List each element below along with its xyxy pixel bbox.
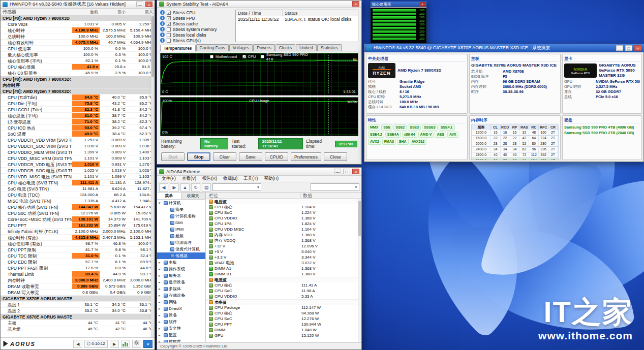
sensor-row[interactable]: CPU IOD 热点 53.0 °C 39.2 °C 67.4 °C <box>1 125 155 131</box>
stability-tab[interactable]: Statistics <box>317 44 342 51</box>
sensor-reading-row[interactable]: 内存 VDD 1.368 V <box>206 232 361 238</box>
sensor-row[interactable]: Thermal Limit 89.4 % 44.0 % 90.1 % <box>1 271 155 277</box>
sensor-reading-row[interactable]: 电压值 <box>206 199 361 204</box>
sensor-reading-row[interactable]: CPU VDDIO 1.368 V <box>206 215 361 221</box>
tree-item[interactable]: 安全性 <box>157 325 205 332</box>
sensor-reading-row[interactable]: +3.3 V 3.344 V <box>206 254 361 260</box>
checkbox[interactable] <box>167 22 171 26</box>
stress-option[interactable]: Stress system memory <box>160 26 232 32</box>
sensor-row[interactable]: CPU VDDCR_SOC 电压 (SVI3 TFN) 1.025 V 1.01… <box>1 168 155 174</box>
tree-item[interactable]: 摘要 <box>157 206 205 213</box>
sensor-row[interactable]: 核心使用率 (平均) 92.1 % 0.1 % 100.0 % <box>1 58 155 64</box>
sensor-reading-row[interactable]: DIMM 1.048 W <box>206 327 361 333</box>
expand-arrow-icon[interactable] <box>159 327 163 331</box>
sensor-row[interactable]: CPU VDDCR_SOC VRM (SVI3 TFN) 1.030 V 0.0… <box>1 143 155 149</box>
sensor-reading-row[interactable]: CPU SoC 1.224 V <box>206 210 361 215</box>
sensor-row[interactable]: DRAM 读取带宽 0.986 GB/s 0.673 GB/s 1.352 GB… <box>1 283 155 290</box>
summary-titlebar[interactable]: HWiNFO® 64 v8.32-5840 @ GIGABYTE X870E A… <box>364 44 643 52</box>
tree-item[interactable]: 设备 <box>157 312 205 319</box>
dialog-button[interactable]: Stop <box>187 152 210 161</box>
expand-arrow-icon[interactable] <box>159 267 163 271</box>
sensor-row[interactable]: CPU VDDCR_VDD VRM (SVI3 TFN) 1.253 V 0.0… <box>1 137 155 143</box>
close-button[interactable]: × <box>634 45 641 51</box>
forward-button[interactable]: ▶ <box>170 183 179 192</box>
tree-item[interactable]: 便携式计算机 <box>157 246 205 252</box>
sensor-row[interactable]: CPU [#0]: AMD Ryzen 7 9800X3D <box>1 15 155 21</box>
sensor-row[interactable]: CPU PPT 限制 81.7 % 9.8 % 98.1 % <box>1 247 155 253</box>
sensor-row[interactable]: 芯片组 45 °C 42 °C 46 °C <box>1 326 155 332</box>
sensor-row[interactable]: SoC 电流 (SVI3 TFN) 11.981 A 8.624 A 11.82… <box>1 186 155 192</box>
legend-item[interactable]: Samsung SSD 990 PRO 4TB <box>261 54 309 59</box>
sensor-row[interactable]: 核心 C0 驻留率 45.9 % 2.5 % 100.0 % <box>1 70 155 76</box>
sensor-row[interactable]: GIGABYTE X870E AORUS MASTER X3D ICE (ITE… <box>1 314 155 320</box>
sensor-row[interactable]: CPU PPT 161.232 W 15.894 W 175.019 W <box>1 222 155 229</box>
menu-item[interactable]: 报告(R) <box>200 176 220 182</box>
legend-checkbox[interactable] <box>210 55 213 58</box>
legend-checkbox[interactable] <box>261 55 264 58</box>
sensor-row[interactable]: CPU VDDCR_VDD 电压 (SVI3 TFN) 1.010 V 0.93… <box>1 162 155 168</box>
checkbox[interactable] <box>167 16 171 20</box>
sensor-row[interactable]: 内存时钟 3,000.0 MHz 2,400.0 MHz 3,000.0 MHz <box>1 277 155 283</box>
stress-option[interactable]: Stress local disks <box>160 32 232 38</box>
hwinfo-titlebar[interactable]: HWiNFO® 64 v8.32-5840 传感器状态 [16 Values H… <box>1 1 155 9</box>
sensor-row[interactable]: CPU 核心电流 (SVI3 TFN) 111.411 A 11.181 A 1… <box>1 180 155 186</box>
sensor-row[interactable]: Core VIDs 1.031 V 0.005 V 1.250 V <box>1 21 155 27</box>
sensor-row[interactable]: 温度 1 36.1 °C 34.5 °C 36.1 °C <box>1 302 155 308</box>
prev-page-button[interactable]: ◀ <box>73 340 82 348</box>
drive-item[interactable]: Samsung SSD 990 PRO 4TB (4096 GB) <box>564 124 640 130</box>
close-button[interactable]: × <box>145 2 152 7</box>
tree-item[interactable]: 计算机 <box>157 200 205 206</box>
sensor-row[interactable]: CPU [#0]: AMD Ryzen 7 9800X3D: Enhanced <box>1 88 155 94</box>
tree-item[interactable]: 传感器 <box>157 252 205 259</box>
sensor-row[interactable]: CPU (Tctl/Tdie) 84.6 °C 40.0 °C 85.9 °C <box>1 94 155 101</box>
expand-arrow-icon[interactable] <box>159 201 163 205</box>
pane-tab[interactable]: 菜单 <box>157 193 181 199</box>
sensor-reading-row[interactable]: 功率值 <box>206 299 361 305</box>
menu-item[interactable]: 文件(F) <box>159 176 178 182</box>
checkbox[interactable] <box>167 33 171 37</box>
menu-item[interactable]: 帮助(H) <box>261 176 281 182</box>
tree-item[interactable]: 网络 <box>157 299 205 305</box>
tree-item[interactable]: 多媒体 <box>157 285 205 292</box>
address-combo[interactable]: ▼ <box>212 183 261 191</box>
core-load-titlebar[interactable]: 核心使用率 × <box>371 2 426 8</box>
sensor-row[interactable]: Infinity Fabric 时钟 (FCLK) 2,100.0 MHz 2,… <box>1 229 155 235</box>
menu-item[interactable]: 收藏(B) <box>221 176 240 182</box>
back-button[interactable]: ◀ <box>159 183 168 192</box>
sensor-row[interactable]: CPU 核心倍频 41.9 x 25.8 x 51.5 x <box>1 64 155 70</box>
stress-option[interactable]: Stress cache <box>160 21 232 26</box>
sensor-row[interactable]: CPU Die (平均) 75.8 °C 43.2 °C 86.2 °C <box>1 101 155 107</box>
sensor-row[interactable]: CPU [#0]: AMD Ryzen 7 9800X3D: C State 驻… <box>1 76 155 82</box>
sensor-reading-row[interactable]: GPU 15.120 W <box>206 333 361 338</box>
menu-item[interactable]: 查看(V) <box>179 176 199 182</box>
menu-item[interactable]: 工具(T) <box>241 176 260 182</box>
aida64-titlebar[interactable]: AIDA64 Extreme — □ × <box>157 168 361 176</box>
settings-button[interactable] <box>132 340 141 348</box>
sensor-row[interactable]: CPU 核心功耗 (SVI3 TFN) 144.341 W 5.638 W 15… <box>1 204 155 210</box>
tree-item[interactable]: 服务器 <box>157 272 205 279</box>
checkbox[interactable] <box>167 39 171 43</box>
sensor-reading-row[interactable]: CPU 核心 111.41 A <box>206 282 361 288</box>
expand-arrow-icon[interactable] <box>159 313 163 317</box>
sensor-reading-row[interactable]: CPU VDD MISC 1.104 V <box>206 227 361 232</box>
stress-option[interactable]: Stress FPU <box>160 15 232 21</box>
dialog-button[interactable]: CPUID <box>265 152 288 161</box>
sensor-reading-row[interactable]: CPU PPT 130.944 W <box>206 322 361 327</box>
dialog-button[interactable]: Save <box>239 152 262 161</box>
sensor-row[interactable]: 核心时钟 4,190.8 MHz 2,575.5 MHz 5,150.4 MHz <box>1 27 155 34</box>
search-combo[interactable]: ▼ <box>311 183 359 191</box>
stress-option[interactable]: Stress GPU(s) <box>160 38 232 43</box>
sensor-row[interactable]: CPU CCD1 (Tdie) 82.3 °C 41.8 °C 84.2 °C <box>1 107 155 113</box>
close-button[interactable]: × <box>352 1 359 7</box>
minimize-button[interactable]: — <box>334 169 341 174</box>
sensor-row[interactable]: 核心有效时钟 4,075.4 MHz 40.7 MHz 4,664.9 MHz <box>1 40 155 46</box>
close-icon[interactable]: × <box>420 2 425 7</box>
tree-item[interactable]: 电源管理 <box>157 239 205 246</box>
stability-tab[interactable]: Temperatures <box>160 45 196 51</box>
sensor-row[interactable]: 总线时钟 100.0 MHz 100.0 MHz 100.9 MHz <box>1 34 155 40</box>
sensor-reading-row[interactable]: 电流值 <box>206 277 361 282</box>
sensor-reading-row[interactable]: CPU Package 112.147 W <box>206 305 361 310</box>
sensor-row[interactable]: 内存时序 <box>1 82 155 88</box>
sensor-reading-row[interactable]: +5 V 5.040 V <box>206 249 361 254</box>
sensor-row[interactable]: CPU TDC 限制 31.0 % 0.1 % 32.4 % <box>1 253 155 259</box>
